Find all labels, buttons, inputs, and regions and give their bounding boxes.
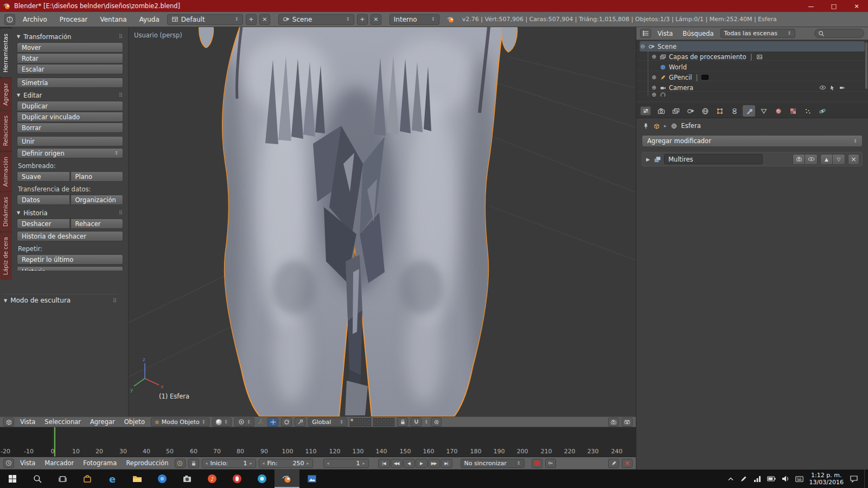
borrar-button[interactable]: Borrar: [17, 123, 123, 133]
historia-deshacer-button[interactable]: Historia de deshacer: [17, 231, 123, 241]
simetria-button[interactable]: Simetría: [17, 78, 123, 88]
tray-chevron-up-icon[interactable]: [727, 477, 734, 481]
panel-grip-icon[interactable]: ⠿: [119, 210, 123, 216]
pivot-selector[interactable]: ↕: [234, 418, 254, 427]
tab-texture[interactable]: [787, 105, 799, 117]
render-toggle-button[interactable]: [793, 154, 805, 165]
taskbar-app-browser[interactable]: [250, 470, 275, 488]
panel-historia[interactable]: ▼ Historia ⠿: [17, 207, 123, 219]
jump-to-end-button[interactable]: ▶|: [441, 459, 452, 468]
render-opengl-anim-button[interactable]: [622, 418, 633, 427]
vp-menu-seleccionar[interactable]: Seleccionar: [41, 418, 84, 426]
layer-toggle[interactable]: [350, 418, 354, 422]
vp-menu-vista[interactable]: Vista: [17, 418, 39, 426]
layer-toggle[interactable]: [391, 418, 394, 422]
taskbar-app-store[interactable]: [75, 470, 100, 488]
tab-herramientas[interactable]: Herramientas: [0, 29, 12, 78]
editor-type-timeline-icon[interactable]: [3, 459, 14, 468]
panel-grip-icon[interactable]: ⠿: [113, 298, 117, 304]
taskbar-clock[interactable]: 1:12 p. m. 13/03/2016: [809, 472, 844, 486]
editor-type-outliner-icon[interactable]: [640, 29, 651, 38]
maximize-button[interactable]: □: [822, 0, 845, 12]
editor-type-properties-icon[interactable]: [640, 106, 651, 115]
taskbar-app-blender[interactable]: [275, 470, 299, 488]
tl-menu-vista[interactable]: Vista: [17, 459, 39, 467]
taskbar-app-camera[interactable]: [175, 470, 200, 488]
current-frame-field[interactable]: ◂ 1 ▸: [323, 459, 369, 468]
mode-selector[interactable]: Modo Objeto ↕: [151, 418, 209, 427]
screen-layout-selector[interactable]: Default ↕: [167, 14, 243, 25]
taskbar-app-music[interactable]: ♪: [200, 470, 225, 488]
increment-icon[interactable]: ▸: [362, 461, 365, 466]
delete-layout-button[interactable]: ×: [259, 14, 270, 25]
outliner-menu-busqueda[interactable]: Búsqueda: [679, 30, 717, 37]
layer-toggle[interactable]: [386, 422, 390, 426]
gpencil-layer-color-swatch[interactable]: [701, 75, 709, 80]
plano-button[interactable]: Plano: [71, 171, 124, 182]
tab-dinamicas[interactable]: Dinámicas: [0, 192, 12, 232]
outliner-scrollbar[interactable]: [865, 42, 867, 89]
tl-menu-marcador[interactable]: Marcador: [41, 459, 77, 467]
tab-particles[interactable]: [801, 105, 814, 117]
layer-toggle[interactable]: [391, 422, 394, 426]
tab-relaciones[interactable]: Relaciones: [0, 111, 12, 151]
escalar-button[interactable]: Escalar: [17, 64, 123, 74]
tab-constraints[interactable]: [728, 105, 741, 117]
duplicar-vinculado-button[interactable]: Duplicar vinculado: [17, 112, 123, 122]
lock-icon[interactable]: [188, 459, 199, 468]
renderability-camera-icon[interactable]: [839, 85, 845, 91]
clear-button[interactable]: ×: [622, 459, 633, 468]
layer-toggle[interactable]: [373, 418, 377, 422]
play-button[interactable]: ▶: [416, 459, 427, 468]
tray-network-icon[interactable]: [754, 476, 761, 482]
decrement-icon[interactable]: ◂: [263, 461, 265, 466]
layer-toggle[interactable]: [382, 418, 386, 422]
expand-modifier-icon[interactable]: ▶: [645, 157, 651, 162]
viewport-visibility-toggle-button[interactable]: [805, 154, 818, 165]
action-center-icon[interactable]: [850, 475, 858, 483]
layer-toggle[interactable]: [367, 422, 371, 426]
editor-type-info-icon[interactable]: [4, 14, 15, 25]
expand-tree-icon[interactable]: ⊕: [651, 54, 657, 60]
layer-toggle[interactable]: [378, 418, 381, 422]
outliner-row-world[interactable]: World: [651, 62, 865, 72]
snap-target-button[interactable]: [431, 418, 442, 427]
add-scene-button[interactable]: +: [357, 14, 368, 25]
add-modifier-dropdown[interactable]: Agregar modificador ↕: [642, 135, 863, 147]
viewport-shading-selector[interactable]: ↕: [212, 418, 232, 427]
manipulator-scale-button[interactable]: [295, 418, 305, 427]
layer-toggle[interactable]: [367, 418, 371, 422]
taskbar-search-button[interactable]: [25, 470, 50, 488]
grease-pencil-button[interactable]: [608, 459, 619, 468]
increment-icon[interactable]: ▸: [307, 461, 309, 466]
outliner-row-clipped[interactable]: ⊕: [651, 93, 865, 97]
scene-selector[interactable]: Scene ↕: [278, 14, 354, 25]
manipulator-translate-button[interactable]: [267, 418, 278, 427]
layer-toggle[interactable]: [373, 422, 377, 426]
play-reverse-button[interactable]: ◀: [403, 459, 415, 468]
decrement-icon[interactable]: ◂: [327, 461, 329, 466]
tab-animacion[interactable]: Animación: [0, 152, 12, 191]
prev-keyframe-button[interactable]: ◀◀: [391, 459, 403, 468]
historia-repetir-button-clipped[interactable]: Historia: [17, 266, 123, 271]
minimize-button[interactable]: —: [800, 0, 822, 12]
rehacer-button[interactable]: Rehacer: [71, 219, 124, 229]
tab-render[interactable]: [655, 105, 667, 117]
task-view-button[interactable]: [50, 470, 75, 488]
layer-toggle[interactable]: [363, 422, 367, 426]
datos-button[interactable]: Datos: [17, 195, 70, 205]
add-layout-button[interactable]: +: [246, 14, 257, 25]
tab-physics[interactable]: [816, 105, 828, 117]
tray-pen-icon[interactable]: [740, 475, 748, 483]
outliner-row-gpencil[interactable]: ⊕ GPencil |: [651, 72, 865, 82]
render-toggle-icon[interactable]: [756, 54, 763, 60]
delete-scene-button[interactable]: ×: [371, 14, 381, 25]
tab-material[interactable]: [772, 105, 784, 117]
menu-archivo[interactable]: Archivo: [18, 16, 52, 23]
panel-editar[interactable]: ▼ Editar ⠿: [17, 89, 123, 101]
3d-viewport[interactable]: x y z Usuario (persp) (1) Esfera: [129, 27, 636, 416]
outliner-row-camera[interactable]: ⊕ Camera: [651, 82, 865, 93]
snap-magnet-button[interactable]: [411, 418, 422, 427]
render-engine-selector[interactable]: Interno ↕: [390, 14, 439, 25]
layer-toggle[interactable]: [378, 422, 381, 426]
